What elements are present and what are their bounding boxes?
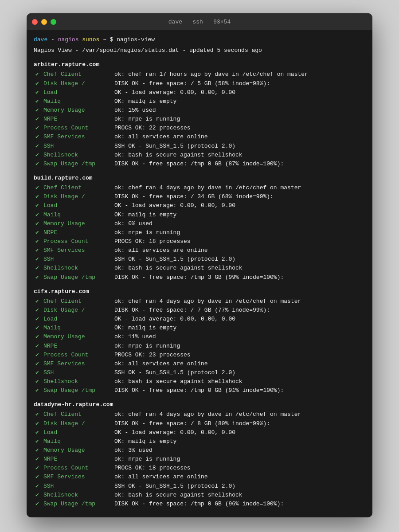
host-1: build.rapture.com — [34, 174, 365, 183]
check-row: ✔Shellshockok: bash is secure against sh… — [34, 264, 365, 273]
check-icon: ✔ — [35, 160, 42, 168]
check-icon: ✔ — [35, 332, 42, 341]
check-name: Load — [43, 428, 114, 437]
check-name: SSH — [43, 255, 114, 264]
check-icon: ✔ — [35, 124, 42, 133]
check-icon: ✔ — [35, 437, 42, 446]
check-status: DISK OK - free space: / 34 GB (68% inode… — [114, 192, 274, 201]
check-status: ok: 3% used — [114, 446, 153, 455]
check-icon: ✔ — [35, 106, 42, 115]
check-icon: ✔ — [35, 491, 42, 500]
check-icon: ✔ — [35, 133, 42, 141]
close-button[interactable] — [32, 19, 38, 25]
check-name: Swap Usage /tmp — [43, 386, 114, 395]
check-status: OK: mailq is empty — [114, 437, 176, 446]
check-status: ok: all services are online — [114, 246, 208, 255]
check-status: ok: all services are online — [114, 133, 208, 141]
check-status: DISK OK - free space: / 8 GB (80% inode=… — [114, 419, 270, 428]
window-title: dave — ssh — 93×54 — [168, 19, 231, 25]
check-status: OK - load average: 0.00, 0.00, 0.00 — [114, 88, 235, 97]
check-icon: ✔ — [35, 386, 42, 395]
check-status: SSH OK - Sun_SSH_1.5 (protocol 2.0) — [114, 368, 235, 377]
check-icon: ✔ — [35, 264, 42, 273]
check-icon: ✔ — [35, 428, 42, 437]
check-row: ✔SMF Servicesok: all services are online — [34, 473, 365, 481]
check-name: Shellshock — [43, 377, 114, 386]
terminal-window: dave — ssh — 93×54 dave - nagios sunos ~… — [27, 13, 372, 517]
check-status: ok: 15% used — [114, 106, 156, 115]
check-icon: ✔ — [35, 297, 42, 306]
check-row: ✔SMF Servicesok: all services are online — [34, 133, 365, 141]
check-row: ✔NRPEok: nrpe is running — [34, 228, 365, 237]
check-name: Process Count — [43, 464, 114, 473]
check-row: ✔Disk Usage /DISK OK - free space: / 5 G… — [34, 79, 365, 88]
prompt-user: dave — [34, 36, 47, 43]
check-status: DISK OK - free space: /tmp 0 GB (91% ino… — [114, 386, 284, 395]
check-name: SMF Services — [43, 360, 114, 368]
check-row: ✔NRPEok: nrpe is running — [34, 455, 365, 464]
check-status: DISK OK - free space: / 5 GB (58% inode=… — [114, 79, 270, 88]
check-row: ✔SSHSSH OK - Sun_SSH_1.5 (protocol 2.0) — [34, 482, 365, 491]
check-name: NRPE — [43, 342, 114, 351]
check-status: DISK OK - free space: /tmp 0 GB (96% ino… — [114, 500, 284, 509]
check-row: ✔Process CountPROCS OK: 18 processes — [34, 237, 365, 246]
check-row: ✔LoadOK - load average: 0.00, 0.00, 0.00 — [34, 201, 365, 210]
check-icon: ✔ — [35, 342, 42, 351]
check-row: ✔MailqOK: mailq is empty — [34, 437, 365, 446]
check-row: ✔Process CountPROCS OK: 23 processes — [34, 351, 365, 360]
check-status: ok: chef ran 17 hours ago by dave in /et… — [114, 70, 308, 79]
check-name: Mailq — [43, 97, 114, 106]
check-icon: ✔ — [35, 255, 42, 264]
check-status: ok: all services are online — [114, 360, 208, 368]
check-row: ✔Chef Clientok: chef ran 17 hours ago by… — [34, 70, 365, 79]
check-icon: ✔ — [35, 142, 42, 151]
check-status: PROCS OK: 22 processes — [114, 124, 191, 133]
check-name: Load — [43, 88, 114, 97]
check-status: ok: chef ran 4 days ago by dave in /etc/… — [114, 184, 301, 192]
check-icon: ✔ — [35, 237, 42, 246]
check-name: Chef Client — [43, 184, 114, 192]
prompt-host1: nagios — [58, 36, 79, 43]
check-name: SMF Services — [43, 133, 114, 141]
check-name: Mailq — [43, 211, 114, 219]
check-row: ✔Swap Usage /tmpDISK OK - free space: /t… — [34, 273, 365, 282]
check-status: ok: nrpe is running — [114, 342, 180, 351]
check-name: SSH — [43, 142, 114, 151]
prompt-host2: sunos — [82, 36, 99, 43]
host-2: cifs.rapture.com — [34, 287, 365, 296]
check-name: Process Count — [43, 351, 114, 360]
check-row: ✔Chef Clientok: chef ran 4 days ago by d… — [34, 410, 365, 419]
check-status: OK - load average: 0.00, 0.00, 0.00 — [114, 428, 235, 437]
check-row: ✔LoadOK - load average: 0.00, 0.00, 0.00 — [34, 428, 365, 437]
check-row: ✔Swap Usage /tmpDISK OK - free space: /t… — [34, 160, 365, 168]
check-name: SSH — [43, 368, 114, 377]
check-status: DISK OK - free space: /tmp 0 GB (87% ino… — [114, 160, 284, 168]
check-status: ok: chef ran 4 days ago by dave in /etc/… — [114, 297, 301, 306]
minimize-button[interactable] — [41, 19, 47, 25]
check-row: ✔Swap Usage /tmpDISK OK - free space: /t… — [34, 500, 365, 509]
check-row: ✔NRPEok: nrpe is running — [34, 115, 365, 124]
check-status: SSH OK - Sun_SSH_1.5 (protocol 2.0) — [114, 255, 235, 264]
titlebar: dave — ssh — 93×54 — [27, 13, 372, 30]
prompt-line: dave - nagios sunos ~ $ nagios-view — [34, 35, 365, 44]
check-status: ok: 11% used — [114, 332, 156, 341]
check-row: ✔Process CountPROCS OK: 22 processes — [34, 124, 365, 133]
check-icon: ✔ — [35, 192, 42, 201]
check-status: ok: nrpe is running — [114, 115, 180, 124]
check-status: DISK OK - free space: / 7 GB (77% inode=… — [114, 306, 270, 315]
sections-container: arbiter.rapture.com✔Chef Clientok: chef … — [34, 60, 365, 509]
check-status: PROCS OK: 23 processes — [114, 351, 191, 360]
check-icon: ✔ — [35, 368, 42, 377]
check-icon: ✔ — [35, 377, 42, 386]
check-row: ✔LoadOK - load average: 0.00, 0.00, 0.00 — [34, 315, 365, 324]
maximize-button[interactable] — [51, 19, 56, 25]
check-status: OK: mailq is empty — [114, 211, 176, 219]
host-3: datadyne-hr.rapture.com — [34, 400, 365, 409]
check-icon: ✔ — [35, 324, 42, 332]
check-icon: ✔ — [35, 246, 42, 255]
check-status: ok: chef ran 4 days ago by dave in /etc/… — [114, 410, 301, 419]
check-row: ✔Swap Usage /tmpDISK OK - free space: /t… — [34, 386, 365, 395]
check-row: ✔MailqOK: mailq is empty — [34, 97, 365, 106]
check-icon: ✔ — [35, 446, 42, 455]
check-status: OK - load average: 0.00, 0.00, 0.00 — [114, 201, 235, 210]
